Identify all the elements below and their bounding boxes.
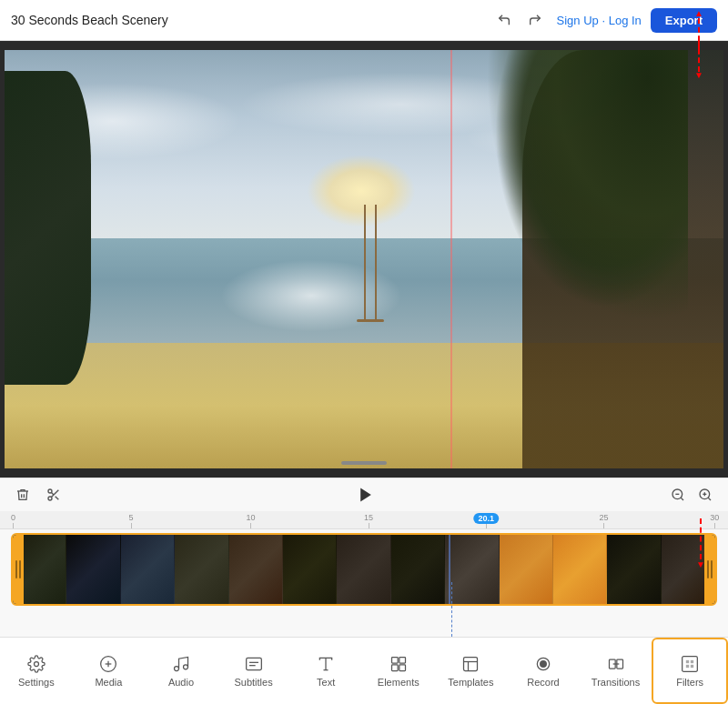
- svg-point-1: [48, 497, 52, 500]
- svg-point-18: [183, 664, 187, 669]
- film-frame: [607, 535, 661, 604]
- undo-button[interactable]: [491, 7, 517, 33]
- zoom-out-button[interactable]: [666, 483, 690, 507]
- nav-label-settings: Settings: [18, 677, 55, 688]
- nav-item-settings[interactable]: Settings: [0, 638, 73, 704]
- film-frame: [66, 535, 120, 604]
- login-link[interactable]: Log In: [609, 14, 642, 27]
- svg-rect-25: [399, 657, 406, 663]
- film-frame: [121, 535, 175, 604]
- cut-button[interactable]: [42, 483, 66, 507]
- nav-item-record[interactable]: Record: [507, 638, 580, 704]
- svg-point-13: [34, 661, 38, 666]
- elements-icon: [389, 655, 408, 673]
- svg-line-3: [56, 497, 59, 500]
- settings-icon: [27, 655, 46, 673]
- text-icon: [317, 655, 335, 673]
- play-button[interactable]: [357, 486, 375, 504]
- nav-item-media[interactable]: Media: [73, 638, 146, 704]
- playhead-time[interactable]: 20.1: [473, 513, 499, 524]
- svg-rect-27: [399, 664, 406, 670]
- export-arrow-up-indicator: ▲: [694, 8, 703, 50]
- film-frame: [445, 535, 499, 604]
- nav-label-elements: Elements: [378, 677, 420, 688]
- nav-label-subtitles: Subtitles: [234, 677, 272, 688]
- media-icon: [99, 655, 117, 673]
- nav-label-templates: Templates: [448, 677, 493, 688]
- timeline-toolbar: [0, 478, 728, 511]
- transitions-icon: [607, 655, 625, 673]
- trim-handle-right[interactable]: [704, 535, 715, 604]
- timeline-ruler[interactable]: 0 5 10 15 20 25: [0, 511, 728, 529]
- export-button[interactable]: Export: [651, 8, 717, 33]
- svg-rect-26: [391, 664, 398, 670]
- svg-marker-5: [360, 488, 371, 502]
- svg-point-0: [48, 489, 52, 493]
- signup-link[interactable]: Sign Up: [557, 14, 599, 27]
- svg-point-32: [541, 660, 547, 667]
- video-canvas: [5, 50, 723, 468]
- film-frame: [553, 535, 607, 604]
- svg-rect-28: [464, 657, 478, 670]
- project-title: 30 Seconds Beach Scenery: [11, 13, 168, 27]
- nav-item-audio[interactable]: Audio: [145, 638, 217, 704]
- audio-icon: [172, 655, 190, 673]
- nav-item-transitions[interactable]: Transitions: [580, 638, 652, 704]
- svg-rect-40: [691, 664, 693, 667]
- svg-point-17: [174, 666, 178, 670]
- filters-arrow-indicator: ▼: [696, 518, 705, 569]
- svg-rect-38: [691, 659, 693, 662]
- film-frame: [500, 535, 553, 604]
- film-frame: [229, 535, 283, 604]
- nav-label-filters: Filters: [676, 677, 703, 688]
- svg-rect-39: [686, 664, 689, 667]
- film-frame: [175, 535, 228, 604]
- svg-line-4: [51, 492, 54, 495]
- svg-line-7: [681, 498, 683, 500]
- video-area: ↻: [0, 41, 728, 478]
- nav-item-templates[interactable]: Templates: [435, 638, 508, 704]
- templates-icon: [461, 655, 480, 673]
- timeline-area: 0 5 10 15 20 25: [0, 478, 728, 637]
- film-frame: [337, 535, 390, 604]
- nav-item-elements[interactable]: Elements: [362, 638, 435, 704]
- bottom-nav: Settings Media Audio Subtitles Text: [0, 637, 728, 704]
- nav-label-record: Record: [527, 677, 559, 688]
- redo-button[interactable]: [522, 7, 548, 33]
- svg-rect-36: [682, 656, 698, 671]
- header: 30 Seconds Beach Scenery Sign Up · Log I…: [0, 0, 728, 41]
- trim-handle-left[interactable]: [13, 535, 24, 604]
- svg-rect-37: [686, 659, 689, 662]
- svg-line-10: [708, 498, 711, 500]
- film-strip: [13, 535, 715, 604]
- playhead-dotted-line: [451, 582, 452, 637]
- svg-rect-19: [246, 658, 261, 669]
- filters-icon: [681, 655, 699, 673]
- delete-clip-button[interactable]: [11, 483, 35, 507]
- record-icon: [534, 655, 552, 673]
- nav-item-filters[interactable]: Filters: [652, 638, 728, 704]
- beach-scene: [5, 50, 723, 468]
- timeline-track[interactable]: [11, 533, 717, 606]
- nav-label-audio: Audio: [168, 677, 194, 688]
- auth-links: Sign Up · Log In: [557, 14, 642, 27]
- svg-rect-24: [391, 657, 398, 663]
- nav-item-subtitles[interactable]: Subtitles: [217, 638, 290, 704]
- film-frame: [283, 535, 337, 604]
- film-frame: [391, 535, 445, 604]
- zoom-in-button[interactable]: [693, 483, 717, 507]
- nav-label-media: Media: [95, 677, 122, 688]
- nav-item-text[interactable]: Text: [289, 638, 362, 704]
- subtitles-icon: [245, 655, 263, 673]
- nav-label-transitions: Transitions: [592, 677, 640, 688]
- nav-label-text: Text: [317, 677, 335, 688]
